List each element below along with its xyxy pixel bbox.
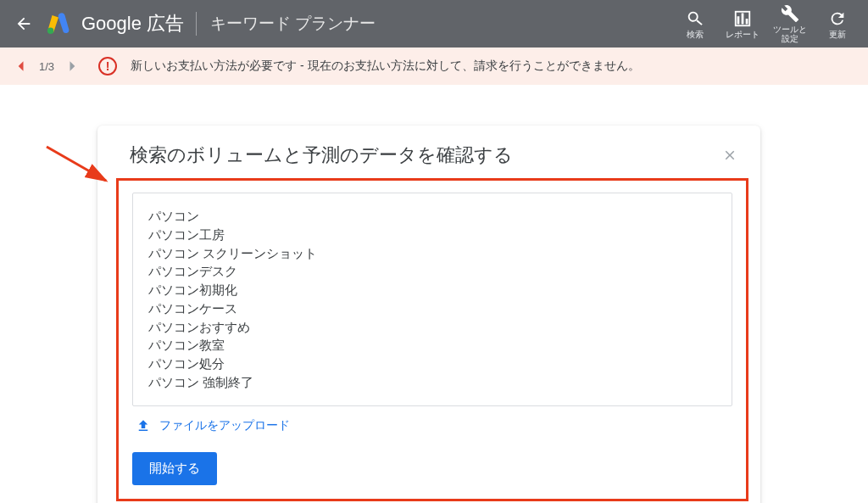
chevron-right-icon [69,60,77,72]
upload-file-label: ファイルをアップロード [159,418,290,433]
nav-search-label: 検索 [687,30,704,39]
vertical-divider [196,12,197,36]
bar-chart-icon [733,9,752,28]
top-bar: Google 広告 キーワード プランナー 検索 レポート ツールと 設定 更新 [0,0,868,48]
brand-google: Google [81,13,142,34]
keyword-line: パソコン 強制終了 [148,373,716,392]
keyword-line: パソコンおすすめ [148,318,716,337]
search-icon [686,9,704,28]
nav-tools-button[interactable]: ツールと 設定 [766,4,814,43]
keyword-line: パソコン教室 [148,336,716,355]
keyword-card: 検索のボリュームと予測のデータを確認する パソコンパソコン工房パソコン スクリー… [97,126,760,503]
keyword-line: パソコン初期化 [148,281,716,299]
upload-file-link[interactable]: ファイルをアップロード [136,418,732,433]
pager-prev-button[interactable] [12,58,29,75]
keyword-line: パソコン [148,207,716,226]
brand-ads: 広告 [147,13,184,34]
tool-title: キーワード プランナー [210,13,376,35]
upload-icon [136,418,151,433]
back-arrow-icon [14,14,33,33]
nav-reports-label: レポート [726,30,760,39]
back-arrow-button[interactable] [7,7,41,41]
card-header: 検索のボリュームと予測のデータを確認する [97,126,760,178]
wrench-icon [781,4,799,23]
nav-refresh-button[interactable]: 更新 [814,9,861,39]
keyword-line: パソコン工房 [148,226,716,244]
google-ads-logo-icon [46,11,71,36]
svg-point-0 [47,27,54,34]
alert-message: 新しいお支払い方法が必要です - 現在のお支払い方法に対して、請求を行うことがで… [131,59,639,74]
pager-next-button[interactable] [64,58,81,75]
keyword-line: パソコンケース [148,299,716,318]
annotation-box: パソコンパソコン工房パソコン スクリーンショットパソコンデスクパソコン初期化パソ… [116,178,748,501]
pager-count: 1/3 [39,60,54,73]
close-button[interactable] [720,145,740,165]
keyword-line: パソコン処分 [148,355,716,373]
close-icon [722,148,737,163]
alert-error-icon: ! [98,57,117,75]
brand-title: Google 広告 [81,11,184,36]
keywords-textarea[interactable]: パソコンパソコン工房パソコン スクリーンショットパソコンデスクパソコン初期化パソ… [132,193,732,406]
refresh-icon [828,9,847,28]
nav-refresh-label: 更新 [829,30,846,39]
nav-reports-button[interactable]: レポート [719,9,766,39]
chevron-left-icon [16,60,25,72]
keyword-line: パソコン スクリーンショット [148,244,716,263]
card-title: 検索のボリュームと予測のデータを確認する [130,143,720,168]
nav-tools-label: ツールと 設定 [773,25,807,43]
nav-search-button[interactable]: 検索 [671,9,719,39]
alert-bar: 1/3 ! 新しいお支払い方法が必要です - 現在のお支払い方法に対して、請求を… [0,48,868,85]
keyword-line: パソコンデスク [148,262,716,281]
start-button[interactable]: 開始する [132,452,217,485]
